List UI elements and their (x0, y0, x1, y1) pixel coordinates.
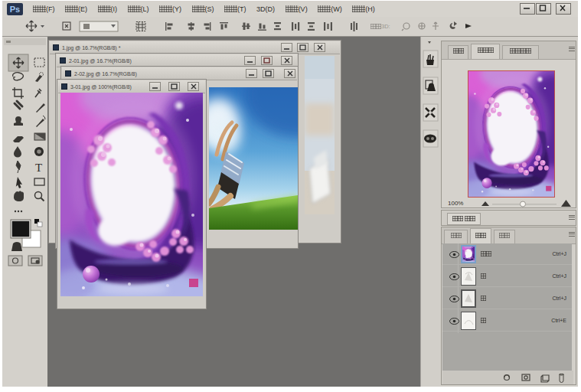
svg-text:T: T (35, 162, 42, 174)
